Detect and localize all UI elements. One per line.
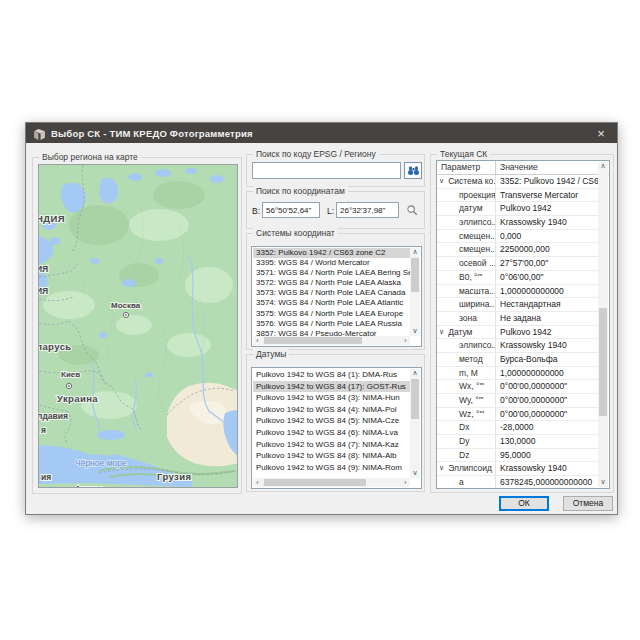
datums-horizontal-scrollbar[interactable]: ‹ › (253, 478, 410, 487)
cs-param-row[interactable]: Wy, °'"0°00'00,0000000" (437, 394, 599, 408)
list-item[interactable]: Pulkovo 1942 to WGS 84 (1): DMA-Rus (253, 369, 410, 381)
scroll-right-icon[interactable]: › (401, 478, 410, 487)
param-value: 95,0000 (496, 449, 599, 462)
epsg-group-label: Поиск по коду EPSG / Региону (253, 149, 379, 159)
scroll-thumb[interactable] (411, 379, 419, 419)
titlebar[interactable]: Выбор СК - ТИМ КРЕДО Фотограмметрия × (26, 123, 617, 143)
find-by-code-button[interactable] (404, 162, 422, 179)
map-label: Москва (111, 301, 141, 310)
map-region-group: Выбор региона на карте (32, 157, 242, 494)
scroll-up-icon[interactable]: ∧ (410, 248, 420, 257)
tree-expanded-icon[interactable]: ∨ (439, 175, 444, 188)
latitude-input[interactable] (262, 202, 320, 218)
list-item[interactable]: 3574: WGS 84 / North Pole LAEA Atlantic (253, 298, 410, 308)
map-label: я (41, 425, 46, 435)
param-name: Wx, °'" (459, 380, 484, 393)
table-vertical-scrollbar[interactable]: ∧ ∨ (598, 162, 608, 487)
scroll-thumb[interactable] (264, 337, 362, 344)
scroll-thumb[interactable] (411, 258, 419, 292)
list-item[interactable]: 3575: WGS 84 / North Pole LAEA Europe (253, 309, 410, 319)
list-item[interactable]: Pulkovo 1942 to WGS 84 (4): NIMA-Pol (253, 404, 410, 416)
systems-vertical-scrollbar[interactable]: ∧ ∨ (410, 248, 420, 336)
close-icon[interactable]: × (585, 123, 617, 143)
cs-param-row[interactable]: B0, °'"0°06'00,00" (437, 271, 599, 285)
cs-param-row[interactable]: зонаНе задана (437, 312, 599, 326)
find-by-coords-button[interactable] (404, 203, 420, 218)
systems-list-items: 3352: Pulkovo 1942 / CS63 zone C23395: W… (253, 248, 410, 336)
cs-param-row[interactable]: Wz, °'"0°00'00,0000000" (437, 408, 599, 422)
map-canvas[interactable]: НДИЯИЯИЯМоскваларусьКиевУкраинаолдавияяЧ… (38, 164, 238, 488)
param-value: Pulkovo 1942 (496, 326, 599, 339)
cs-param-row[interactable]: Dz95,0000 (437, 449, 599, 463)
param-name: смещен... (459, 243, 496, 256)
param-value: Krassowsky 1940 (496, 216, 599, 229)
tree-expanded-icon[interactable]: ∨ (439, 462, 444, 475)
param-name: B0, °'" (459, 271, 482, 284)
param-value: 130,0000 (496, 435, 599, 448)
cs-param-row[interactable]: проекцияTransverse Mercator (437, 189, 599, 203)
current-cs-group-label: Текущая СК (437, 149, 490, 159)
scroll-down-icon[interactable]: ∨ (598, 478, 608, 487)
list-item[interactable]: Pulkovo 1942 to WGS 84 (6): NIMA-Lva (253, 427, 410, 439)
scroll-down-icon[interactable]: ∨ (410, 327, 420, 336)
coords-group-label: Поиск по координатам (253, 186, 348, 196)
cs-param-row[interactable]: a6378245,000000000000 (437, 476, 599, 488)
scroll-left-icon[interactable]: ‹ (253, 478, 262, 487)
list-item[interactable]: Pulkovo 1942 to WGS 84 (8): NIMA-Alb (253, 450, 410, 462)
param-value: Не задана (496, 312, 599, 325)
cs-param-row[interactable]: ∨ЭллипсоидKrassowsky 1940 (437, 462, 599, 476)
longitude-label: L: (327, 206, 334, 216)
cs-param-row[interactable]: эллипсо...Krassowsky 1940 (437, 339, 599, 353)
scroll-right-icon[interactable]: › (401, 336, 410, 345)
scroll-thumb[interactable] (599, 308, 607, 415)
cs-param-row[interactable]: осевой ...27°57'00,00" (437, 257, 599, 271)
list-item[interactable]: 3571: WGS 84 / North Pole LAEA Bering Se… (253, 268, 410, 278)
cs-param-row[interactable]: смещен...2250000,000 (437, 243, 599, 257)
value-column-header: Значение (496, 161, 609, 174)
list-item[interactable]: 3395: WGS 84 / World Mercator (253, 258, 410, 268)
scroll-thumb[interactable] (264, 479, 366, 486)
cs-param-row[interactable]: масшта...1,000000000000 (437, 285, 599, 299)
param-name: зона (459, 312, 477, 325)
cs-param-row[interactable]: эллипсо...Krassowsky 1940 (437, 216, 599, 230)
list-item[interactable]: 3573: WGS 84 / North Pole LAEA Canada (253, 288, 410, 298)
cs-param-row[interactable]: ширина...Нестандартная (437, 298, 599, 312)
cs-param-row[interactable]: смещен...0,000 (437, 230, 599, 244)
tree-expanded-icon[interactable]: ∨ (439, 326, 444, 339)
list-item[interactable]: Pulkovo 1942 to WGS 84 (5): NIMA-Cze (253, 415, 410, 427)
datums-list[interactable]: Pulkovo 1942 to WGS 84 (1): DMA-RusPulko… (251, 367, 422, 489)
cs-param-row[interactable]: m, M1,000000000000 (437, 367, 599, 381)
cs-param-row[interactable]: датумPulkovo 1942 (437, 202, 599, 216)
list-item[interactable]: Pulkovo 1942 to WGS 84 (9): NIMA-Rom (253, 462, 410, 474)
ok-button[interactable]: ОК (499, 496, 549, 511)
param-value: 2250000,000 (496, 243, 599, 256)
systems-group-label: Системы координат (253, 228, 338, 238)
systems-list[interactable]: 3352: Pulkovo 1942 / CS63 zone C23395: W… (251, 246, 422, 347)
list-item[interactable]: 3576: WGS 84 / North Pole LAEA Russia (253, 319, 410, 329)
cs-param-row[interactable]: ∨ДатумPulkovo 1942 (437, 326, 599, 340)
param-value: Transverse Mercator (496, 189, 599, 202)
list-item[interactable]: 3857: WGS 84 / Pseudo-Mercator (253, 329, 410, 336)
map-label: ИЯ (39, 264, 48, 274)
cs-param-row[interactable]: ∨Система ко...3352: Pulkovo 1942 / CS63 … (437, 175, 599, 189)
epsg-search-input[interactable] (252, 162, 401, 179)
latitude-label: B: (252, 206, 260, 216)
cs-param-row[interactable]: Dx-28,0000 (437, 421, 599, 435)
window-title: Выбор СК - ТИМ КРЕДО Фотограмметрия (51, 128, 253, 139)
list-item[interactable]: Pulkovo 1942 to WGS 84 (17): GOST-Rus (253, 381, 410, 393)
cs-param-row[interactable]: Dy130,0000 (437, 435, 599, 449)
longitude-input[interactable] (336, 202, 399, 218)
scroll-up-icon[interactable]: ∧ (598, 162, 608, 171)
systems-horizontal-scrollbar[interactable]: ‹ › (253, 336, 410, 345)
cs-param-row[interactable]: Wx, °'"0°00'00,0000000" (437, 380, 599, 394)
cs-param-row[interactable]: методБурса-Вольфа (437, 353, 599, 367)
list-item[interactable]: 3572: WGS 84 / North Pole LAEA Alaska (253, 278, 410, 288)
scroll-down-icon[interactable]: ∨ (410, 469, 420, 478)
list-item[interactable]: Pulkovo 1942 to WGS 84 (7): NIMA-Kaz (253, 439, 410, 451)
scroll-left-icon[interactable]: ‹ (253, 336, 262, 345)
scroll-up-icon[interactable]: ∧ (410, 369, 420, 378)
list-item[interactable]: Pulkovo 1942 to WGS 84 (3): NIMA-Hun (253, 392, 410, 404)
datums-vertical-scrollbar[interactable]: ∧ ∨ (410, 369, 420, 478)
cancel-button[interactable]: Отмена (563, 496, 613, 511)
list-item[interactable]: 3352: Pulkovo 1942 / CS63 zone C2 (253, 248, 410, 258)
